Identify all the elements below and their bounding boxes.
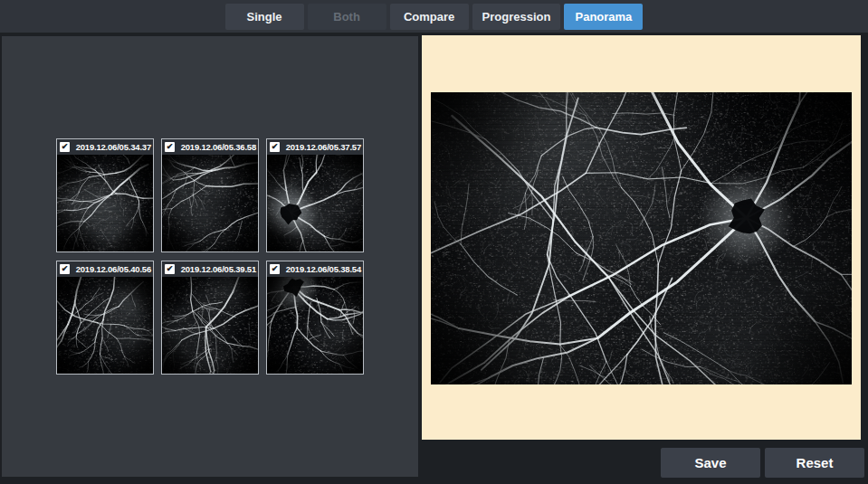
checkmark-icon: ✔ [272, 143, 279, 151]
panorama-viewport [422, 35, 861, 440]
angio-thumbnail-image[interactable] [57, 277, 153, 374]
scan-thumbnail[interactable]: ✔ 2019.12.06/05.38.54 [266, 261, 364, 375]
scan-thumbnail[interactable]: ✔ 2019.12.06/05.40.56 [56, 261, 154, 375]
angio-thumbnail-image[interactable] [267, 277, 363, 374]
scan-timestamp: 2019.12.06/05.39.51 [175, 264, 256, 274]
scan-timestamp: 2019.12.06/05.36.58 [175, 142, 256, 152]
tab-both[interactable]: Both [308, 4, 386, 30]
thumbnail-header: ✔ 2019.12.06/05.40.56 [57, 261, 153, 277]
view-mode-tab-group: Single Both Compare Progression Panorama [225, 4, 644, 30]
scan-thumbnail[interactable]: ✔ 2019.12.06/05.36.58 [161, 138, 259, 252]
angio-thumbnail-image[interactable] [162, 277, 258, 374]
top-toolbar: Single Both Compare Progression Panorama [0, 0, 868, 33]
thumbnail-header: ✔ 2019.12.06/05.37.57 [267, 139, 363, 155]
checkmark-icon: ✔ [272, 265, 279, 273]
tab-single[interactable]: Single [225, 4, 304, 30]
checkmark-icon: ✔ [62, 143, 69, 151]
checkmark-icon: ✔ [167, 265, 174, 273]
scan-thumbnail[interactable]: ✔ 2019.12.06/05.39.51 [161, 261, 259, 375]
thumbnail-header: ✔ 2019.12.06/05.36.58 [162, 139, 258, 155]
scan-timestamp: 2019.12.06/05.34.37 [70, 142, 151, 152]
scan-checkbox[interactable]: ✔ [270, 264, 280, 274]
save-button[interactable]: Save [661, 448, 760, 478]
scan-checkbox[interactable]: ✔ [165, 264, 175, 274]
scan-thumbnail[interactable]: ✔ 2019.12.06/05.37.57 [266, 138, 364, 252]
checkmark-icon: ✔ [62, 265, 69, 273]
scan-timestamp: 2019.12.06/05.40.56 [70, 264, 151, 274]
scan-timestamp: 2019.12.06/05.38.54 [280, 264, 361, 274]
angio-thumbnail-image[interactable] [267, 155, 363, 251]
scan-checkbox[interactable]: ✔ [165, 142, 175, 152]
checkmark-icon: ✔ [167, 143, 174, 151]
scan-thumbnail[interactable]: ✔ 2019.12.06/05.34.37 [56, 138, 154, 252]
tab-compare[interactable]: Compare [390, 4, 469, 30]
angio-thumbnail-image[interactable] [57, 155, 153, 251]
panorama-image[interactable] [431, 92, 852, 384]
reset-button[interactable]: Reset [765, 448, 864, 478]
scan-timestamp: 2019.12.06/05.37.57 [280, 142, 361, 152]
scan-checkbox[interactable]: ✔ [60, 142, 70, 152]
thumbnail-grid: ✔ 2019.12.06/05.34.37 ✔ 2019.12.06/05.36… [56, 138, 364, 375]
tab-panorama[interactable]: Panorama [564, 4, 643, 30]
scan-checkbox[interactable]: ✔ [60, 264, 70, 274]
thumbnail-header: ✔ 2019.12.06/05.34.37 [57, 139, 153, 155]
angio-thumbnail-image[interactable] [162, 155, 258, 251]
tab-progression[interactable]: Progression [472, 4, 561, 30]
thumbnail-header: ✔ 2019.12.06/05.38.54 [267, 261, 363, 277]
scan-checkbox[interactable]: ✔ [270, 142, 280, 152]
thumbnail-header: ✔ 2019.12.06/05.39.51 [162, 261, 258, 277]
scan-list-panel: ✔ 2019.12.06/05.34.37 ✔ 2019.12.06/05.36… [2, 36, 418, 477]
action-bar: Save Reset [661, 448, 864, 478]
